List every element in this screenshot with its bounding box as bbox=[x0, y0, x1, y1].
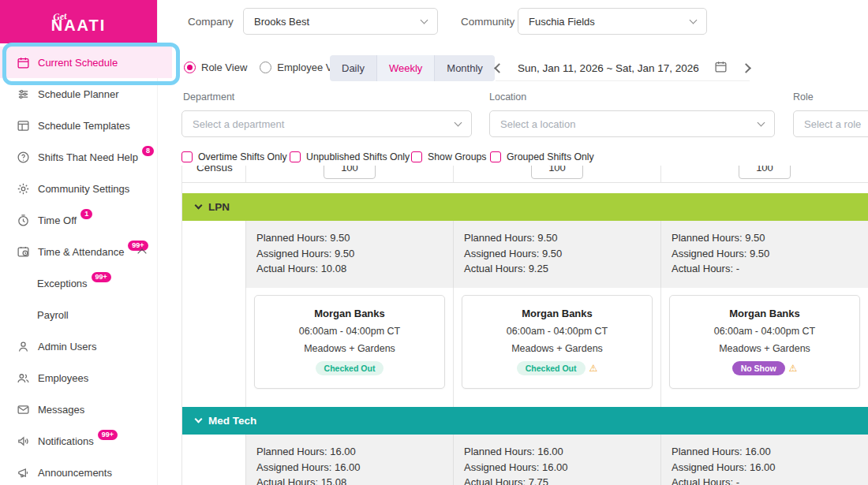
status-badge: No Show bbox=[732, 361, 785, 375]
shift-card[interactable]: Morgan Banks 06:00am - 04:00pm CT Meadow… bbox=[669, 295, 860, 389]
role-group-header-med-tech[interactable]: Med Tech bbox=[182, 407, 868, 435]
sidebar-item-time-off[interactable]: Time Off 1 bbox=[0, 204, 157, 236]
lpn-hours-summary-row: Planned Hours: 9.50 Assigned Hours: 9.50… bbox=[182, 221, 868, 288]
grouped-shifts-only-option[interactable]: Grouped Shifts Only bbox=[490, 151, 594, 162]
gear-icon bbox=[16, 181, 30, 196]
chevron-down-icon bbox=[195, 202, 203, 210]
overtime-shifts-only-option[interactable]: Overtime Shifts Only bbox=[181, 151, 287, 162]
shift-location: Meadows + Gardens bbox=[255, 343, 444, 354]
status-badge: Checked Out bbox=[316, 361, 384, 375]
hours-summary-cell: Planned Hours: 16.00 Assigned Hours: 16.… bbox=[660, 435, 868, 485]
sidebar-item-label: Schedule Templates bbox=[38, 120, 130, 132]
census-input[interactable]: 100 bbox=[531, 166, 583, 179]
role-group-header-lpn[interactable]: LPN bbox=[182, 193, 868, 221]
schedule-grid[interactable]: Census 100 100 100 LPN Planned Hours: 9.… bbox=[181, 166, 868, 485]
shift-employee-name: Morgan Banks bbox=[255, 296, 444, 319]
next-week-button[interactable] bbox=[741, 63, 751, 73]
department-label: Department bbox=[183, 91, 234, 103]
sidebar-item-schedule-templates[interactable]: Schedule Templates bbox=[0, 110, 157, 141]
community-select[interactable]: Fuschia Fields bbox=[518, 8, 707, 35]
main-content: Company Brooks Best Community Fuschia Fi… bbox=[158, 0, 868, 485]
shift-card[interactable]: Morgan Banks 06:00am - 04:00pm CT Meadow… bbox=[254, 295, 445, 389]
unpublished-shifts-only-option[interactable]: Unpublished Shifts Only bbox=[290, 151, 410, 162]
unpublished-shifts-only-checkbox[interactable] bbox=[290, 151, 301, 162]
hours-summary-cell: Planned Hours: 9.50 Assigned Hours: 9.50… bbox=[660, 221, 868, 288]
speaker-icon bbox=[16, 434, 30, 448]
department-select[interactable]: Select a department bbox=[181, 110, 472, 137]
notification-badge: 99+ bbox=[128, 241, 148, 251]
calendar-picker-icon[interactable] bbox=[714, 60, 728, 76]
sliders-icon bbox=[16, 87, 30, 101]
census-row: Census 100 100 100 bbox=[182, 166, 868, 183]
actual-hours: Actual Hours: - bbox=[672, 475, 868, 485]
role-view-radio[interactable] bbox=[184, 62, 196, 73]
sidebar-item-messages[interactable]: Messages bbox=[0, 394, 157, 425]
show-groups-option[interactable]: Show Groups bbox=[411, 151, 487, 162]
clock-icon bbox=[16, 213, 30, 227]
chevron-down-icon bbox=[421, 17, 428, 24]
shift-time: 06:00am - 04:00pm CT bbox=[255, 326, 444, 337]
census-row-label: Census bbox=[182, 166, 245, 183]
planned-hours: Planned Hours: 16.00 bbox=[464, 444, 660, 460]
overtime-shifts-only-checkbox[interactable] bbox=[181, 151, 193, 162]
sidebar-item-notifications[interactable]: Notifications 99+ bbox=[0, 425, 157, 457]
role-group-name: Med Tech bbox=[208, 415, 256, 427]
shift-card[interactable]: Morgan Banks 06:00am - 04:00pm CT Meadow… bbox=[462, 295, 653, 389]
sidebar-item-label: Admin Users bbox=[38, 341, 96, 353]
sidebar-item-announcements[interactable]: Announcements bbox=[0, 457, 157, 485]
notification-badge: 99+ bbox=[98, 430, 118, 440]
grouped-shifts-only-checkbox[interactable] bbox=[490, 151, 501, 162]
tab-monthly[interactable]: Monthly bbox=[435, 55, 495, 81]
tab-daily[interactable]: Daily bbox=[330, 55, 377, 81]
sidebar-item-label: Time Off bbox=[38, 215, 77, 226]
sidebar-item-label: Employees bbox=[38, 372, 88, 384]
med-tech-hours-summary-row: Planned Hours: 16.00 Assigned Hours: 16.… bbox=[182, 435, 868, 485]
date-range-navigator: Sun, Jan 11, 2026 ~ Sat, Jan 17, 2026 bbox=[496, 55, 750, 81]
role-view-option[interactable]: Role View bbox=[184, 62, 247, 73]
employee-view-radio[interactable] bbox=[260, 62, 271, 73]
sidebar-item-current-schedule[interactable]: Current Schedule bbox=[0, 47, 172, 78]
company-select[interactable]: Brooks Best bbox=[243, 8, 438, 35]
chevron-down-icon bbox=[455, 119, 462, 127]
sidebar-item-label: Exceptions bbox=[37, 278, 88, 289]
department-placeholder: Select a department bbox=[193, 118, 284, 130]
show-groups-checkbox[interactable] bbox=[411, 151, 422, 162]
calendar-clock-icon bbox=[16, 244, 30, 259]
chevron-down-icon bbox=[758, 119, 765, 127]
planned-hours: Planned Hours: 16.00 bbox=[672, 444, 868, 460]
sidebar-item-admin-users[interactable]: Admin Users bbox=[0, 330, 157, 362]
notification-badge: 8 bbox=[142, 146, 154, 156]
checkbox-label: Grouped Shifts Only bbox=[507, 151, 594, 162]
sidebar-item-schedule-planner[interactable]: Schedule Planner bbox=[0, 78, 157, 110]
actual-hours: Actual Hours: 15.08 bbox=[256, 475, 453, 485]
sidebar-item-label: Community Settings bbox=[38, 183, 129, 195]
planned-hours: Planned Hours: 9.50 bbox=[672, 230, 868, 246]
status-badge: Checked Out bbox=[517, 361, 586, 375]
shift-location: Meadows + Gardens bbox=[462, 343, 652, 354]
shift-time: 06:00am - 04:00pm CT bbox=[670, 326, 859, 337]
location-select[interactable]: Select a location bbox=[489, 110, 775, 137]
planned-hours: Planned Hours: 9.50 bbox=[256, 230, 453, 246]
shift-time: 06:00am - 04:00pm CT bbox=[462, 326, 652, 337]
app-logo[interactable]: Get NAATI bbox=[0, 0, 157, 43]
sidebar-item-employees[interactable]: Employees bbox=[0, 362, 157, 394]
sidebar-item-payroll[interactable]: Payroll bbox=[0, 299, 157, 330]
sidebar-item-exceptions[interactable]: Exceptions 99+ bbox=[0, 267, 157, 299]
shift-employee-name: Morgan Banks bbox=[670, 296, 859, 319]
sidebar-item-time-and-attendance[interactable]: Time & Attendance 99+ bbox=[0, 236, 157, 267]
user-icon bbox=[16, 339, 30, 353]
sidebar-item-label: Notifications bbox=[38, 435, 94, 447]
shift-location: Meadows + Gardens bbox=[670, 343, 859, 354]
hours-summary-cell: Planned Hours: 9.50 Assigned Hours: 9.50… bbox=[453, 221, 660, 288]
sidebar-item-community-settings[interactable]: Community Settings bbox=[0, 173, 157, 204]
role-select[interactable]: Select a role bbox=[793, 110, 868, 137]
census-input[interactable]: 100 bbox=[739, 166, 791, 179]
notification-badge: 1 bbox=[80, 209, 92, 219]
warning-icon: ⚠ bbox=[789, 364, 798, 373]
previous-week-button[interactable] bbox=[494, 63, 504, 73]
calendar-icon bbox=[16, 55, 30, 69]
census-input[interactable]: 100 bbox=[324, 166, 376, 179]
sidebar-item-shifts-that-need-help[interactable]: Shifts That Need Help 8 bbox=[0, 141, 157, 173]
tab-weekly[interactable]: Weekly bbox=[377, 55, 435, 81]
company-label: Company bbox=[188, 16, 234, 28]
